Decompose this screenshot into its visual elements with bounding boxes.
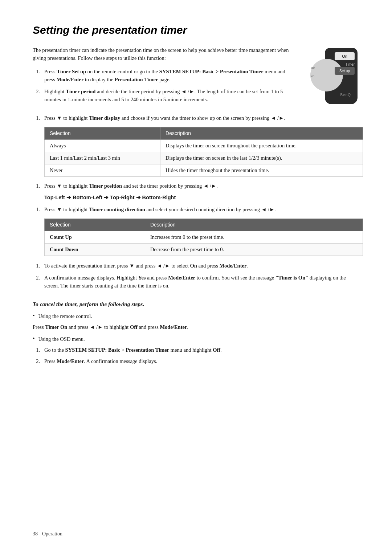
cancel-bullet-1-text: Using the remote control.	[38, 312, 92, 320]
step-3-arrows: ◄ /►	[271, 115, 284, 121]
table-1-header-row: Selection Description	[45, 127, 363, 140]
footer-section: Operation	[42, 530, 62, 538]
table-1-row1-description: Displays the timer on screen throughout …	[160, 140, 363, 152]
cancel-sub-step-2: Press Mode/Enter. A confirmation message…	[33, 357, 363, 365]
step-5-down-arrow: ▼	[57, 207, 62, 212]
arrow-2: ➔	[104, 195, 109, 200]
intro-paragraph: The presentation timer can indicate the …	[33, 46, 294, 62]
step-4: Press ▼ to highlight Timer position and …	[33, 182, 363, 190]
table-2-row1-selection: Count Up	[45, 231, 145, 244]
step-3-content: Press ▼ to highlight Timer display and c…	[44, 114, 363, 122]
remote-left-label2: vn	[311, 74, 315, 79]
timer-on-label: Timer On	[45, 324, 67, 330]
steps-list-1: Press Timer Set up on the remote control…	[33, 68, 294, 104]
cancel-bullets: Using the remote control.	[33, 312, 363, 320]
step-6-arrows: ◄ /►	[157, 263, 170, 269]
remote-wrapper: On Timer Set up ge vn BenQ	[310, 48, 358, 104]
step-7-timer-on-msg: "Timer is On"	[275, 275, 309, 281]
cancel-sub-step-1: Go to the SYSTEM SETUP: Basic > Presenta…	[33, 346, 363, 354]
presentation-timer-label: Presentation Timer	[126, 347, 170, 353]
step-1-mode-enter: Mode/Enter	[56, 77, 83, 82]
remote-circle	[310, 59, 343, 91]
table-row: Always Displays the timer on screen thro…	[45, 140, 363, 152]
step-1-pres-timer: Presentation Timer	[115, 77, 158, 82]
step-2-arrows: ◄ /►	[181, 89, 194, 94]
step-5-arrows: ◄ /►	[261, 207, 274, 212]
cancel-bullets-2: Using the OSD menu.	[33, 335, 363, 343]
remote-brand: BenQ	[340, 92, 351, 98]
cancel-bullet-1: Using the remote control.	[33, 312, 363, 320]
steps-list-6-7: To activate the presentation timer, pres…	[33, 262, 363, 290]
step-4-arrows: ◄ /►	[203, 183, 216, 189]
press-arrows: ◄ /►	[90, 324, 103, 330]
table-1: Selection Description Always Displays th…	[44, 127, 363, 177]
system-setup-label: SYSTEM SETUP: Basic	[65, 347, 120, 353]
remote-left-label1: ge	[311, 65, 315, 70]
intro-text: The presentation timer can indicate the …	[33, 46, 294, 107]
off-label-2: Off	[213, 347, 220, 353]
page-number: 38 Operation	[33, 530, 62, 538]
page-title: Setting the presentation timer	[33, 22, 363, 38]
step-7-content: A confirmation message displays. Highlig…	[44, 274, 363, 290]
table-1-row2-selection: Last 1 min/Last 2 min/Last 3 min	[45, 152, 160, 164]
cancel-section: To cancel the timer, perform the followi…	[33, 300, 363, 365]
remote-on-btn: On	[335, 52, 355, 60]
cancel-bullet-2-text: Using the OSD menu.	[38, 335, 85, 343]
cancel-sub-steps: Go to the SYSTEM SETUP: Basic > Presenta…	[33, 346, 363, 365]
step-1: Press Timer Set up on the remote control…	[33, 68, 294, 84]
step-4-down-arrow: ▼	[57, 183, 62, 189]
intro-section: The presentation timer can indicate the …	[33, 46, 363, 107]
cancel-sub-step-1-content: Go to the SYSTEM SETUP: Basic > Presenta…	[44, 346, 363, 354]
arrow-1: ➔	[66, 195, 71, 200]
mode-enter-label: Mode/Enter	[160, 324, 187, 330]
step-6-mode-enter: Mode/Enter	[219, 263, 246, 269]
steps-list-3: Press ▼ to highlight Timer display and c…	[33, 114, 363, 122]
step-6-content: To activate the presentation timer, pres…	[44, 262, 363, 270]
step-1-system-setup: SYSTEM SETUP: Basic > Presentation Timer	[159, 69, 264, 74]
step-2: Highlight Timer period and decide the ti…	[33, 87, 294, 104]
step-7-mode-enter: Mode/Enter	[168, 275, 195, 281]
cancel-sub-step-2-content: Press Mode/Enter. A confirmation message…	[44, 357, 363, 365]
step-2-timer-period: Timer period	[66, 89, 95, 94]
steps-list-5: Press ▼ to highlight Timer counting dire…	[33, 205, 363, 213]
steps-list-4: Press ▼ to highlight Timer position and …	[33, 182, 363, 190]
remote-timer-label: Timer	[346, 62, 355, 67]
footer: 38 Operation	[33, 530, 62, 538]
table-1-row3-selection: Never	[45, 164, 160, 177]
table-2-header-description: Description	[145, 219, 363, 231]
step-5-content: Press ▼ to highlight Timer counting dire…	[44, 205, 363, 213]
arrow-3: ➔	[136, 195, 141, 200]
step-5: Press ▼ to highlight Timer counting dire…	[33, 205, 363, 213]
step-4-content: Press ▼ to highlight Timer position and …	[44, 182, 363, 190]
footer-page-number: 38	[33, 530, 38, 538]
table-row: Count Up Increases from 0 to the preset …	[45, 231, 363, 244]
press-line: Press Timer On and press ◄ /► to highlig…	[33, 323, 363, 331]
table-2-row2-selection: Count Down	[45, 244, 145, 256]
remote-setup-btn: Set up	[335, 67, 355, 75]
step-6: To activate the presentation timer, pres…	[33, 262, 363, 270]
step-2-content: Highlight Timer period and decide the ti…	[44, 87, 294, 104]
table-1-row3-description: Hides the timer throughout the presentat…	[160, 164, 363, 177]
step-4-timer-position: Timer position	[89, 183, 122, 189]
mode-enter-label-2: Mode/Enter	[57, 358, 84, 364]
remote-setup-label: Set up	[339, 68, 350, 74]
step-1-timer-setup: Timer Set up	[57, 69, 86, 74]
remote-image: On Timer Set up ge vn BenQ	[305, 48, 363, 107]
table-2: Selection Description Count Up Increases…	[44, 219, 363, 256]
step-3-timer-display: Timer display	[89, 115, 120, 121]
step-3: Press ▼ to highlight Timer display and c…	[33, 114, 363, 122]
table-2-header-row: Selection Description	[45, 219, 363, 231]
cancel-bullet-2: Using the OSD menu.	[33, 335, 363, 343]
table-1-header-description: Description	[160, 127, 363, 140]
table-1-header-selection: Selection	[45, 127, 160, 140]
table-row: Never Hides the timer throughout the pre…	[45, 164, 363, 177]
arrow-line: Top-Left ➔ Bottom-Left ➔ Top-Right ➔ Bot…	[44, 194, 363, 202]
step-3-down-arrow: ▼	[57, 115, 62, 121]
table-1-container: Selection Description Always Displays th…	[44, 127, 363, 177]
off-label: Off	[130, 324, 138, 330]
table-2-row1-description: Increases from 0 to the preset time.	[145, 231, 363, 244]
step-6-on: On	[190, 263, 197, 269]
table-1-row1-selection: Always	[45, 140, 160, 152]
table-2-container: Selection Description Count Up Increases…	[44, 219, 363, 256]
table-1-row2-description: Displays the timer on screen in the last…	[160, 152, 363, 164]
